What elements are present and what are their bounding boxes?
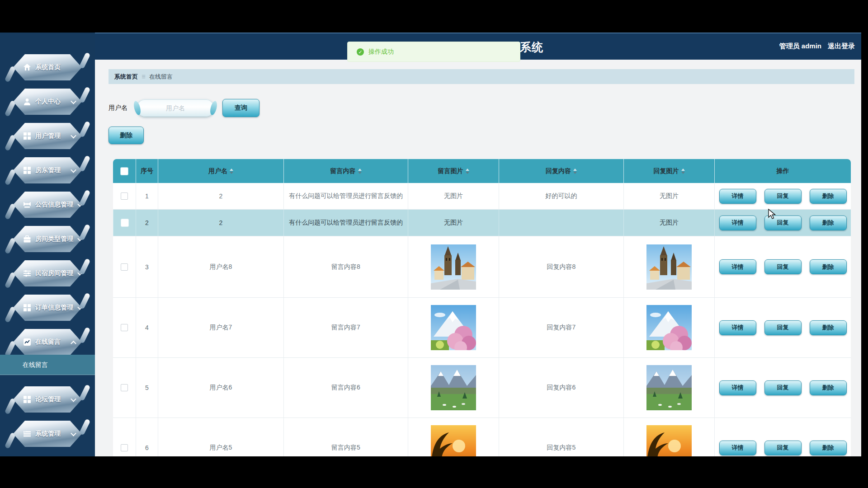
castle-photo[interactable] [646,244,692,290]
row-checkbox[interactable] [121,219,128,226]
sidebar-item-label: 房间类型管理 [35,235,73,243]
col-index[interactable]: 序号 [136,159,158,183]
fuji-photo[interactable] [431,305,476,350]
chevron-up-icon [71,340,76,346]
meadow-photo[interactable] [646,365,692,410]
sidebar-item-home[interactable]: 系统首页 [13,54,82,80]
row-checkbox[interactable] [121,192,128,200]
detail-button[interactable]: 详情 [719,259,756,274]
cell-reply-image [623,236,714,297]
delete-button[interactable]: 删除 [810,259,847,274]
cell-message: 留言内容8 [283,236,408,297]
sliders-icon [23,269,31,277]
grid-icon [23,166,31,174]
username-input[interactable] [137,99,214,117]
row-checkbox[interactable] [121,263,128,271]
reply-button[interactable]: 回复 [764,259,802,274]
cell-actions: 详情 回复 删除 [714,210,851,236]
delete-button[interactable]: 删除 [810,441,847,455]
sidebar-item-forum-management[interactable]: 论坛管理 [13,386,82,413]
table-row[interactable]: 3 用户名8 留言内容8 回复内容8 [113,236,851,298]
sidebar-item-personal-center[interactable]: 个人中心 [13,89,82,115]
cell-message: 留言内容5 [283,418,408,456]
sunset-photo[interactable] [431,425,476,456]
sidebar: 系统首页 个人中心 用户管理 房东管理 [0,33,95,456]
select-all-checkbox[interactable] [121,168,128,175]
sidebar-item-announcement-management[interactable]: 公告信息管理 [13,192,82,218]
sidebar-item-online-message[interactable]: 在线留言 [13,329,82,355]
row-checkbox[interactable] [121,384,128,391]
col-username[interactable]: 用户名 [158,159,283,183]
grid-icon [23,395,31,404]
col-message-image[interactable]: 留言图片 [408,159,499,183]
cell-message: 有什么问题可以给管理员进行留言反馈的 [283,210,408,236]
sidebar-item-order-management[interactable]: 订单信息管理 [13,295,82,321]
toast-message: 操作成功 [368,48,394,56]
sidebar-item-label: 房东管理 [35,166,66,174]
screen: 系统 管理员 admin 退出登录 ✓ 操作成功 系统首页 个人中心 [0,0,868,488]
cell-message-image: 无图片 [408,183,499,209]
sidebar-item-system-management[interactable]: 系统管理 [13,421,82,447]
grid-icon [23,304,31,312]
delete-button[interactable]: 删除 [810,320,847,335]
reply-button[interactable]: 回复 [764,189,802,204]
sunset-photo[interactable] [646,425,692,456]
sort-arrows-icon[interactable] [358,169,362,174]
header-checkbox-cell [113,159,136,183]
username-label: 用户名 [108,104,127,112]
castle-photo[interactable] [431,244,476,290]
cell-reply: 回复内容5 [499,418,623,456]
sort-arrows-icon[interactable] [466,169,469,174]
reply-button[interactable]: 回复 [764,216,802,230]
logout-link[interactable]: 退出登录 [828,42,855,51]
sort-arrows-icon[interactable] [230,169,233,174]
reply-button[interactable]: 回复 [764,441,802,455]
user-icon [23,98,31,106]
cell-reply: 好的可以的 [499,183,623,209]
breadcrumb-separator-icon: ☰ [142,75,146,79]
chevron-down-icon [71,430,76,436]
table-row[interactable]: 1 2 有什么问题可以给管理员进行留言反馈的 无图片 好的可以的 无图片 详情 … [113,183,851,210]
col-actions: 操作 [714,159,851,183]
sidebar-item-homestay-room-management[interactable]: 民宿房间管理 [13,260,82,286]
sidebar-item-user-management[interactable]: 用户管理 [13,123,82,149]
table-row[interactable]: 4 用户名7 留言内容7 回复内容7 [113,298,851,358]
sidebar-item-label: 论坛管理 [35,395,66,404]
meadow-photo[interactable] [431,365,476,410]
sort-arrows-icon[interactable] [681,169,685,174]
row-checkbox[interactable] [121,444,128,451]
delete-button[interactable]: 删除 [810,216,847,230]
table-row[interactable]: 5 用户名6 留言内容6 回复内容6 [113,358,851,418]
cell-username: 用户名5 [158,418,283,456]
delete-button[interactable]: 删除 [810,380,847,395]
cell-reply: 回复内容6 [499,358,623,418]
row-checkbox[interactable] [121,324,128,331]
batch-delete-button[interactable]: 删除 [108,127,144,144]
sidebar-item-room-type-management[interactable]: 房间类型管理 [13,226,82,252]
reply-button[interactable]: 回复 [764,380,802,395]
sidebar-item-label: 公告信息管理 [35,201,73,209]
chevron-down-icon [71,167,76,173]
reply-button[interactable]: 回复 [764,320,802,335]
detail-button[interactable]: 详情 [719,216,756,230]
cell-username: 用户名6 [158,358,283,418]
table-row[interactable]: 6 用户名5 留言内容5 回复内容5 [113,418,851,456]
search-button[interactable]: 查询 [222,99,259,117]
cell-reply-image: 无图片 [623,183,714,209]
briefcase-icon [23,235,31,243]
chevron-down-icon [71,132,76,138]
detail-button[interactable]: 详情 [719,320,756,335]
col-reply-image[interactable]: 回复图片 [623,159,714,183]
col-reply[interactable]: 回复内容 [499,159,623,183]
sidebar-subitem-online-message-active[interactable]: 在线留言 [0,355,95,375]
sidebar-item-landlord-management[interactable]: 房东管理 [13,157,82,183]
detail-button[interactable]: 详情 [719,441,756,455]
breadcrumb-home[interactable]: 系统首页 [114,73,138,81]
detail-button[interactable]: 详情 [719,189,756,204]
sort-arrows-icon[interactable] [573,169,577,174]
detail-button[interactable]: 详情 [719,380,756,395]
delete-button[interactable]: 删除 [810,189,847,204]
fuji-photo[interactable] [646,305,692,350]
col-message[interactable]: 留言内容 [283,159,408,183]
table-row-selected[interactable]: 2 2 有什么问题可以给管理员进行留言反馈的 无图片 无图片 详情 回复 删除 [113,210,851,236]
